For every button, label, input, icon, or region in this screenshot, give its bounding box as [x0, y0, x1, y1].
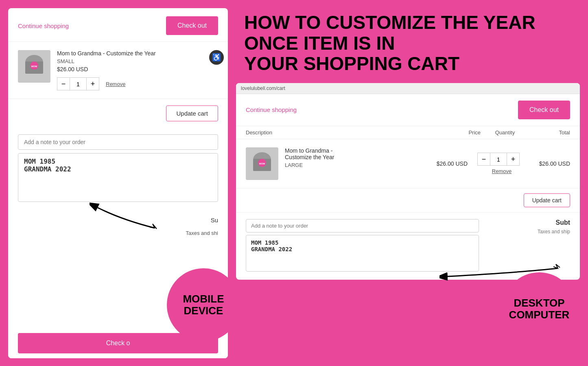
mobile-taxes: Taxes and shi — [8, 230, 228, 239]
desktop-note-input[interactable] — [246, 219, 479, 232]
desktop-remove-link[interactable]: Remove — [492, 168, 511, 174]
mobile-item-size: SMALL — [57, 58, 218, 64]
mobile-header: Continue shopping Check out — [8, 8, 228, 42]
mobile-item-name: Mom to Grandma - Customize the Year — [57, 50, 218, 57]
desktop-checkout-button[interactable]: Check out — [518, 101, 570, 119]
desktop-cart-item: MOM Mom to Grandma -Customize the Year L… — [236, 139, 580, 188]
svg-text:MOM: MOM — [259, 162, 265, 165]
desktop-url-bar: lovelulubell.com/cart — [236, 83, 580, 94]
col-description: Description — [246, 129, 440, 136]
desktop-decrease-qty-button[interactable]: − — [477, 153, 490, 166]
mobile-item-details: Mom to Grandma - Customize the Year SMAL… — [57, 50, 218, 90]
mobile-item-price: $26.00 USD — [57, 66, 218, 72]
mobile-note-input[interactable] — [18, 134, 218, 150]
mobile-update-cart-button[interactable]: Update cart — [166, 105, 218, 121]
desktop-item-image: MOM — [246, 147, 278, 180]
desktop-item-price: $26.00 USD — [427, 160, 468, 167]
mobile-checkout-button[interactable]: Check out — [166, 16, 218, 35]
desktop-increase-qty-button[interactable]: + — [507, 153, 520, 166]
desktop-qty-col: − 1 + Remove — [474, 153, 523, 174]
desktop-item-name: Mom to Grandma -Customize the Year — [285, 147, 334, 160]
headline-line2: ONCE ITEM IS IN — [244, 33, 576, 54]
accessibility-icon: ♿ — [209, 50, 224, 65]
mobile-continue-shopping-link[interactable]: Continue shopping — [18, 22, 69, 29]
desktop-update-cart-button[interactable]: Update cart — [524, 193, 570, 207]
desktop-device-label: DESKTOP COMPUTER — [503, 272, 576, 346]
mobile-qty-value: 1 — [70, 77, 86, 90]
desktop-cart-header: Continue shopping Check out — [236, 94, 580, 126]
mobile-subtotal: Su — [8, 210, 228, 230]
right-side: HOW TO CUSTOMIZE THE YEAR ONCE ITEM IS I… — [236, 8, 580, 358]
mobile-quantity-controls: − 1 + Remove — [57, 77, 218, 90]
mobile-note-textarea[interactable]: MOM 1985 GRANDMA 2022 — [18, 153, 218, 202]
mobile-item-image: MOM — [18, 50, 50, 83]
mobile-note-section: MOM 1985 GRANDMA 2022 — [8, 128, 228, 210]
mobile-update-cart-section: Update cart — [8, 99, 228, 128]
desktop-panel: lovelulubell.com/cart Continue shopping … — [236, 83, 580, 280]
mobile-decrease-qty-button[interactable]: − — [57, 77, 70, 90]
mobile-remove-link[interactable]: Remove — [106, 81, 125, 87]
desktop-taxes-text: Taxes and ship — [489, 229, 570, 235]
desktop-continue-shopping-link[interactable]: Continue shopping — [246, 106, 297, 113]
col-quantity: Quantity — [481, 129, 529, 136]
headline-text: HOW TO CUSTOMIZE THE YEAR ONCE ITEM IS I… — [236, 8, 580, 78]
desktop-item-total: $26.00 USD — [529, 160, 570, 167]
desktop-item-info: MOM Mom to Grandma -Customize the Year L… — [246, 147, 420, 180]
desktop-note-textarea[interactable]: MOM 1985 GRANDMA 2022 — [246, 235, 479, 272]
desktop-note-section: MOM 1985 GRANDMA 2022 — [246, 219, 479, 273]
desktop-bottom: MOM 1985 GRANDMA 2022 Subt Taxes and shi… — [236, 213, 580, 280]
col-total: Total — [529, 129, 570, 136]
mobile-increase-qty-button[interactable]: + — [86, 77, 99, 90]
svg-text:MOM: MOM — [31, 65, 37, 68]
mobile-cart-item: MOM Mom to Grandma - Customize the Year … — [8, 42, 228, 99]
desktop-item-details: Mom to Grandma -Customize the Year LARGE — [285, 147, 334, 168]
desktop-subtotal-section: Subt Taxes and ship — [489, 219, 570, 273]
headline-line3: YOUR SHOPPING CART — [244, 53, 576, 74]
desktop-table-header: Description Price Quantity Total — [236, 126, 580, 139]
desktop-item-size: LARGE — [285, 162, 334, 168]
headline-line1: HOW TO CUSTOMIZE THE YEAR — [244, 12, 576, 33]
desktop-subtotal-label: Subt — [489, 219, 570, 226]
desktop-qty-controls: − 1 + — [477, 153, 520, 166]
col-price: Price — [440, 129, 481, 136]
mobile-device-label: MOBILE DEVICE — [167, 268, 240, 342]
desktop-qty-value: 1 — [490, 153, 507, 166]
desktop-update-cart-section: Update cart — [236, 188, 580, 213]
